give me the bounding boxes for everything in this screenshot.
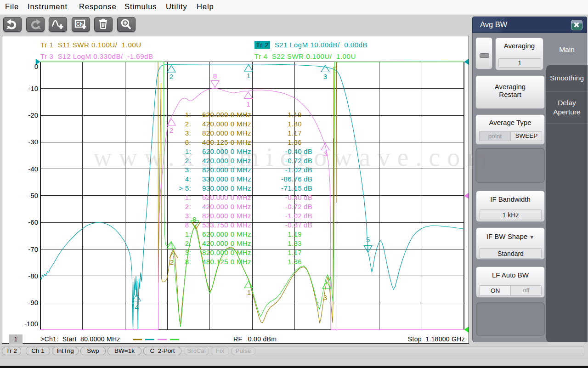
svg-text:620.000 0 MHz: 620.000 0 MHz xyxy=(202,230,251,238)
svg-text:dB: dB xyxy=(304,221,312,229)
svg-text:dB: dB xyxy=(304,212,312,220)
svg-text:-0.40: -0.40 xyxy=(285,193,302,201)
svg-text:2:: 2: xyxy=(185,120,191,128)
svg-text:1.36: 1.36 xyxy=(288,258,302,266)
svg-text:-0.37: -0.37 xyxy=(285,221,302,229)
svg-text:-80: -80 xyxy=(28,272,38,280)
svg-text:dB: dB xyxy=(304,184,312,192)
svg-text:-71.15: -71.15 xyxy=(281,184,302,192)
svg-text:2:: 2: xyxy=(185,239,191,247)
svg-text:1.19: 1.19 xyxy=(288,111,302,119)
svg-text:1.17: 1.17 xyxy=(288,129,302,137)
svg-text:3:: 3: xyxy=(185,129,191,137)
svg-text:820.000 0 MHz: 820.000 0 MHz xyxy=(202,249,251,256)
svg-text:-60: -60 xyxy=(28,218,38,226)
svg-text:1: 1 xyxy=(246,100,250,108)
svg-text:dB: dB xyxy=(304,203,312,210)
svg-text:2: 2 xyxy=(170,126,173,134)
svg-text:1.17: 1.17 xyxy=(288,249,302,256)
svg-text:420.000 0 MHz: 420.000 0 MHz xyxy=(202,120,251,128)
svg-text:5: 5 xyxy=(366,236,370,243)
svg-text:> 5:: > 5: xyxy=(179,184,191,192)
svg-text:4: 4 xyxy=(135,303,138,311)
svg-text:8: 8 xyxy=(213,72,217,80)
svg-text:620.000 0 MHz: 620.000 0 MHz xyxy=(202,111,251,119)
svg-text:-1.02: -1.02 xyxy=(285,212,302,220)
svg-text:3: 3 xyxy=(323,294,327,301)
svg-text:1:: 1: xyxy=(185,230,191,238)
svg-text:1.33: 1.33 xyxy=(288,239,302,247)
svg-text:820.000 0 MHz: 820.000 0 MHz xyxy=(202,129,251,137)
svg-text:-90: -90 xyxy=(28,299,38,306)
svg-text:8:: 8: xyxy=(185,221,191,229)
svg-text:3:: 3: xyxy=(185,249,191,256)
svg-text:533.750 0 MHz: 533.750 0 MHz xyxy=(202,221,251,229)
svg-text:-0.72: -0.72 xyxy=(285,203,302,210)
svg-text:1:: 1: xyxy=(185,193,191,201)
svg-text:2: 2 xyxy=(170,73,173,80)
svg-text:Ch: Ch xyxy=(76,21,83,27)
svg-text:dB: dB xyxy=(304,193,312,201)
svg-text:1.30: 1.30 xyxy=(288,120,302,128)
svg-text:1: 1 xyxy=(247,72,250,79)
svg-text:-70: -70 xyxy=(28,245,38,253)
svg-text:330.000 0 MHz: 330.000 0 MHz xyxy=(202,175,251,183)
svg-text:2:: 2: xyxy=(185,203,191,210)
svg-text:3:: 3: xyxy=(185,212,191,220)
svg-text:480.125 0 MHz: 480.125 0 MHz xyxy=(202,258,251,266)
svg-text:-100: -100 xyxy=(24,320,38,328)
svg-text:-10: -10 xyxy=(28,85,38,92)
svg-text:930.000 0 MHz: 930.000 0 MHz xyxy=(202,184,251,192)
svg-text:8:: 8: xyxy=(185,258,191,266)
svg-text:4:: 4: xyxy=(185,175,191,183)
svg-text:1.19: 1.19 xyxy=(288,230,302,238)
svg-text:420.000 0 MHz: 420.000 0 MHz xyxy=(202,239,251,247)
svg-text:1:: 1: xyxy=(185,111,191,119)
svg-text:620.000 0 MHz: 620.000 0 MHz xyxy=(202,193,251,201)
svg-text:-30: -30 xyxy=(28,138,38,146)
svg-text:2: 2 xyxy=(170,258,174,266)
svg-text:dB: dB xyxy=(304,175,312,183)
svg-text:-40: -40 xyxy=(28,165,38,173)
svg-text:1: 1 xyxy=(247,289,251,296)
svg-text:420.000 0 MHz: 420.000 0 MHz xyxy=(202,203,251,210)
svg-text:-50: -50 xyxy=(28,192,38,199)
svg-text:-86.76: -86.76 xyxy=(281,175,302,183)
svg-text:-20: -20 xyxy=(28,111,38,119)
svg-text:3: 3 xyxy=(323,73,327,80)
svg-text:820.000 0 MHz: 820.000 0 MHz xyxy=(202,212,251,220)
